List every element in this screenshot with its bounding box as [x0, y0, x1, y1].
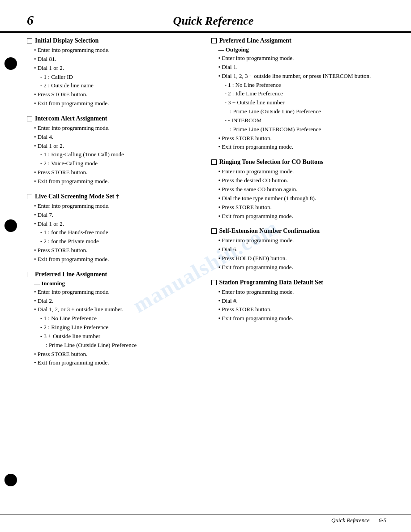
list-item: Press STORE button. — [34, 90, 202, 99]
circle-3 — [4, 474, 17, 486]
list-item: Enter into programming mode. — [34, 46, 202, 55]
page-header: 6 Quick Reference — [0, 0, 411, 33]
list-item: 1 : No Line Preference — [40, 314, 202, 323]
list-item: Press HOLD (END) button. — [218, 254, 387, 263]
list-item: Dial 1. — [218, 63, 387, 72]
list-item: Enter into programming mode. — [34, 202, 202, 210]
section-subtitle-outgoing: — Outgoing — [218, 46, 387, 53]
section-items-station-programming: Enter into programming mode. Dial #. Pre… — [218, 288, 387, 323]
checkbox-icon-station-programming — [211, 280, 217, 285]
list-item: Dial 81. — [34, 55, 202, 64]
section-subtitle-incoming: — Incoming — [34, 280, 202, 287]
list-item: Prime Line (Outside Line) Preference — [46, 341, 202, 350]
section-items-preferred-incoming: Enter into programming mode. Dial 2. Dia… — [34, 288, 202, 368]
list-item: Dial 1 or 2. — [34, 220, 202, 228]
page-title: Quick Reference — [43, 14, 384, 28]
list-item: Press STORE button. — [34, 246, 202, 255]
section-items-preferred-outgoing: Enter into programming mode. Dial 1. Dia… — [218, 54, 387, 151]
list-item: Enter into programming mode. — [34, 288, 202, 296]
list-item: Dial 7. — [34, 211, 202, 219]
list-item: 2 : for the Private mode — [40, 237, 202, 246]
list-item: Enter into programming mode. — [34, 124, 202, 133]
section-title-live-call: Live Call Screening Mode Set † — [27, 193, 202, 200]
section-title-intercom-alert: Intercom Alert Assignment — [27, 115, 202, 122]
circle-2 — [4, 219, 17, 232]
list-item: Press STORE button. — [218, 305, 387, 314]
list-item: Prime Line (INTERCOM) Preference — [230, 125, 387, 134]
list-item: Exit from programming mode. — [218, 143, 387, 151]
list-item: Dial 2. — [34, 297, 202, 305]
section-title-initial-display: Initial Display Selection — [27, 37, 202, 44]
list-item: Press STORE button. — [34, 168, 202, 177]
section-title-ringing-tone: Ringing Tone Selection for CO Buttons — [211, 159, 387, 166]
list-item: 2 : Outside line name — [40, 82, 202, 90]
checkbox-icon-initial — [27, 38, 32, 43]
list-item: Enter into programming mode. — [218, 288, 387, 296]
list-item: Press STORE button. — [218, 134, 387, 143]
list-item: Dial 1, 2, or 3 + outside line number. — [34, 305, 202, 314]
section-items-ringing-tone: Enter into programming mode. Press the d… — [218, 167, 387, 220]
list-item: 1 : No Line Preference — [225, 81, 387, 90]
list-item: Exit from programming mode. — [34, 359, 202, 367]
list-item: Exit from programming mode. — [218, 263, 387, 272]
circle-1 — [4, 57, 17, 70]
list-item: Press the same CO button again. — [218, 185, 387, 194]
page-footer: Quick Reference 6-5 — [0, 515, 411, 524]
list-item: Prime Line (Outside Line) Preference — [230, 107, 387, 116]
list-item: Exit from programming mode. — [34, 177, 202, 186]
list-item: Press STORE button. — [218, 203, 387, 212]
checkbox-icon-preferred-incoming — [27, 272, 32, 277]
list-item: 3 + Outside line number — [225, 99, 387, 107]
footer-title: Quick Reference — [331, 517, 370, 524]
section-live-call-screening: Live Call Screening Mode Set † Enter int… — [27, 193, 202, 264]
content-area: Initial Display Selection Enter into pro… — [0, 33, 411, 379]
section-initial-display: Initial Display Selection Enter into pro… — [27, 37, 202, 108]
section-preferred-line-incoming: Preferred Line Assignment — Incoming Ent… — [27, 271, 202, 368]
list-item: Dial the tone type number (1 through 8). — [218, 194, 387, 203]
list-item: 2 : Idle Line Preference — [225, 90, 387, 98]
section-items-live-call: Enter into programming mode. Dial 7. Dia… — [34, 202, 202, 264]
section-self-extension: Self-Extension Number Confirmation Enter… — [211, 227, 387, 271]
section-title-preferred-outgoing: Preferred Line Assignment — [211, 37, 387, 44]
list-item: 1 : Caller ID — [40, 73, 202, 82]
footer-page-num: 6-5 — [379, 517, 386, 524]
list-item: - INTERCOM — [225, 116, 387, 125]
list-item: Dial #. — [218, 297, 387, 305]
section-items-self-extension: Enter into programming mode. Dial 6. Pre… — [218, 236, 387, 271]
list-item: 3 + Outside line number — [40, 332, 202, 341]
list-item: Exit from programming mode. — [34, 99, 202, 108]
section-title-self-extension: Self-Extension Number Confirmation — [211, 227, 387, 235]
checkbox-icon-ringing-tone — [211, 159, 217, 165]
section-ringing-tone: Ringing Tone Selection for CO Buttons En… — [211, 159, 387, 220]
list-item: Dial 6. — [218, 245, 387, 254]
list-item: Enter into programming mode. — [218, 54, 387, 63]
list-item: 2 : Ringing Line Preference — [40, 323, 202, 332]
section-station-programming: Station Programming Data Default Set Ent… — [211, 279, 387, 323]
list-item: Press STORE button. — [34, 350, 202, 359]
page-number: 6 — [27, 13, 34, 28]
section-title-station-programming: Station Programming Data Default Set — [211, 279, 387, 286]
list-item: 1 : Ring-Calling (Tone Call) mode — [40, 150, 202, 159]
list-item: Enter into programming mode. — [218, 167, 387, 176]
section-preferred-line-outgoing: Preferred Line Assignment — Outgoing Ent… — [211, 37, 387, 151]
left-column: Initial Display Selection Enter into pro… — [27, 37, 202, 374]
section-intercom-alert: Intercom Alert Assignment Enter into pro… — [27, 115, 202, 186]
list-item: Press the desired CO button. — [218, 176, 387, 185]
list-item: 1 : for the Hands-free mode — [40, 228, 202, 237]
list-item: Enter into programming mode. — [218, 236, 387, 245]
list-item: Exit from programming mode. — [34, 255, 202, 264]
section-items-initial-display: Enter into programming mode. Dial 81. Di… — [34, 46, 202, 108]
checkbox-icon-intercom — [27, 116, 32, 121]
list-item: 2 : Voice-Calling mode — [40, 159, 202, 168]
list-item: Dial 1, 2, 3 + outside line number, or p… — [218, 72, 387, 81]
list-item: Dial 1 or 2. — [34, 64, 202, 73]
list-item: Dial 4. — [34, 133, 202, 142]
checkbox-icon-live-call — [27, 194, 32, 199]
list-item: Dial 1 or 2. — [34, 142, 202, 150]
page: manualshin.com 6 Quick Reference Initial… — [0, 0, 411, 532]
right-column: Preferred Line Assignment — Outgoing Ent… — [211, 37, 387, 374]
checkbox-icon-preferred-outgoing — [211, 38, 217, 43]
section-items-intercom-alert: Enter into programming mode. Dial 4. Dia… — [34, 124, 202, 186]
list-item: Exit from programming mode. — [218, 314, 387, 323]
section-title-preferred-incoming: Preferred Line Assignment — [27, 271, 202, 278]
